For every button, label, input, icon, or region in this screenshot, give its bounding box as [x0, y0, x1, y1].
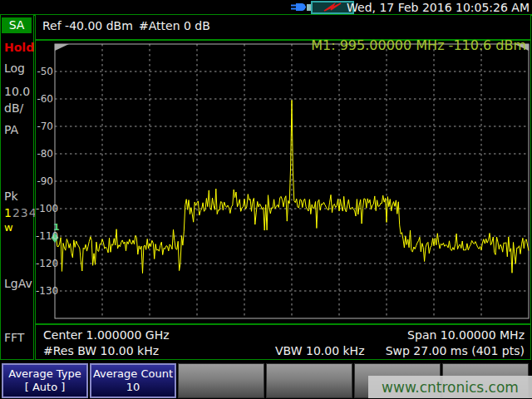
video-bandwidth-readout: VBW 10.00 kHz: [275, 344, 365, 357]
ref-level-readout: Ref -40.00 dBm: [42, 19, 133, 32]
scale-type-annunciator: Log: [4, 62, 25, 75]
sweep-time-readout: Swp 27.00 ms (401 pts): [386, 344, 525, 357]
scale-unit-annunciator: dB/: [4, 101, 23, 115]
y-axis-tick-label: -50: [36, 66, 53, 77]
status-datetime: Wed, 17 Feb 2016 10:05:26 AM: [347, 1, 530, 14]
span-readout: Span 10.00000 MHz: [407, 328, 525, 342]
center-frequency-readout: Center 1.000000 GHz: [43, 328, 170, 342]
y-axis-tick-label: -80: [36, 148, 53, 160]
fft-annunciator: FFT: [4, 331, 24, 344]
attenuation-readout: #Atten 0 dB: [139, 19, 210, 32]
scale-value-annunciator: 10.0: [4, 85, 30, 98]
softkey-average-type[interactable]: Average Type[ Auto ]: [2, 363, 88, 398]
y-axis-tick-label: -110: [36, 230, 53, 242]
annotation-bar: Center 1.000000 GHz Span 10.00000 MHz #R…: [35, 324, 531, 360]
settings-bar: Ref -40.00 dBm #Atten 0 dB M1: 995.00000…: [35, 14, 531, 40]
peak-detector-annunciator: Pk: [4, 190, 18, 203]
softkey-value: 10: [91, 381, 175, 394]
softkey-label: Average Type: [3, 367, 86, 381]
marker-1-readout: M1: 995.00000 MHz -110.6 dBm: [311, 37, 526, 53]
trace-write-mode-annunciator: w: [4, 221, 13, 234]
watermark-overlay: www.cntronics.com: [368, 376, 532, 398]
preamp-annunciator: PA: [4, 123, 18, 136]
mode-tab-sa: SA: [2, 17, 32, 33]
y-axis-tick-label: -70: [36, 121, 53, 132]
y-axis-tick-label: -60: [36, 93, 53, 105]
graticule-area: 1 -50-60-70-80-90-100-110-120-130: [35, 40, 531, 324]
softkey-average-count[interactable]: Average Count10: [90, 363, 176, 398]
spectrum-plot: 1: [36, 41, 530, 323]
annunciator-sidebar: SA Hold Log 10.0 dB/ PA Pk 1234 w LgAv F…: [0, 14, 34, 360]
softkey-value: [ Auto ]: [3, 381, 86, 394]
ac-power-plug-icon: [288, 1, 307, 13]
trace-inactive-numbers: 234: [12, 206, 37, 219]
watermark-text: www.cntronics.com: [382, 379, 519, 396]
y-axis-tick-label: -120: [36, 258, 53, 269]
softkey-blank-4[interactable]: [266, 363, 352, 398]
y-axis-tick-label: -90: [36, 175, 53, 187]
softkey-label: Average Count: [91, 367, 175, 381]
sweep-hold-annunciator: Hold: [4, 41, 34, 54]
trace-number-annunciator: 1234: [4, 206, 37, 219]
trace-active-number: 1: [4, 206, 12, 219]
log-average-annunciator: LgAv: [4, 277, 32, 290]
y-axis-tick-label: -130: [36, 285, 53, 297]
status-bar: Wed, 17 Feb 2016 10:05:26 AM: [0, 0, 532, 14]
resolution-bandwidth-readout: #Res BW 10.00 kHz: [43, 344, 159, 357]
spectrum-analyzer-screen: Wed, 17 Feb 2016 10:05:26 AM SA Hold Log…: [0, 0, 532, 399]
softkey-blank-3[interactable]: [178, 363, 264, 398]
y-axis-tick-label: -100: [36, 203, 53, 214]
